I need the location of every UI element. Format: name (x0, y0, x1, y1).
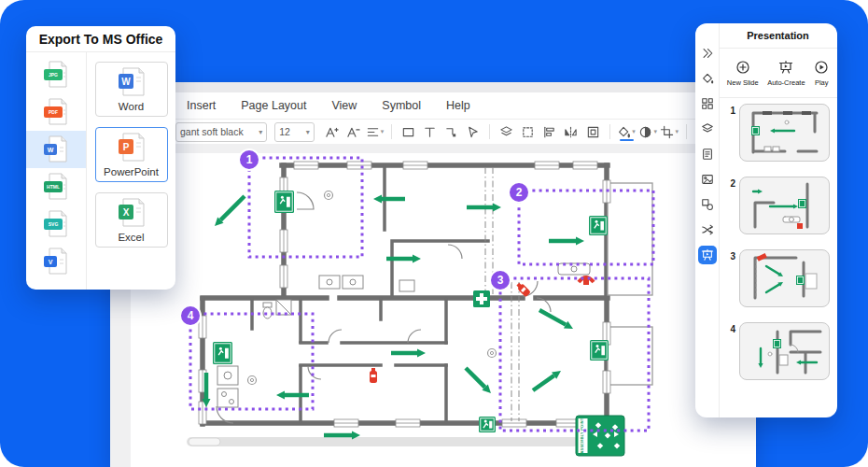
font-family-select[interactable]: gant soft black ▾ (175, 122, 267, 142)
svg-text:SVG: SVG (49, 221, 59, 227)
menu-view[interactable]: View (331, 99, 357, 112)
export-dialog-title: Export To MS Office (26, 26, 175, 52)
first-aid-sign[interactable] (473, 290, 490, 307)
export-format-list: JPGPDFWHTMLSVGV (26, 52, 87, 290)
contrast-icon[interactable]: ▾ (638, 121, 658, 142)
presentation-buttons: New SlideAuto-CreatePlay (719, 49, 837, 98)
slide-thumbnail-4[interactable] (739, 322, 830, 380)
windows (199, 162, 610, 427)
exit-sign[interactable] (213, 342, 232, 364)
export-dialog: Export To MS Office JPGPDFWHTMLSVGV WWor… (26, 26, 175, 290)
slide-row-3: 3 (724, 249, 830, 307)
fixtures (217, 263, 590, 407)
outline-note-icon[interactable] (698, 145, 717, 163)
svg-text:X: X (122, 206, 129, 217)
align-objects-icon[interactable] (539, 121, 559, 142)
shuffle-icon[interactable] (698, 220, 717, 239)
screenshot-root: { "colors": { "blue": "#0c63f2", "purple… (0, 0, 868, 467)
button-label: Auto-Create (767, 78, 805, 87)
export-option-label: PowerPoint (104, 166, 159, 177)
connector-icon[interactable] (441, 121, 461, 142)
new-slide-button[interactable]: New Slide (727, 60, 759, 87)
fill-bucket-icon[interactable] (698, 69, 717, 88)
button-label: New Slide (727, 78, 759, 87)
font-decrease-icon[interactable] (343, 121, 363, 142)
component-grid-icon[interactable] (698, 94, 717, 113)
format-item-v[interactable]: V (26, 243, 86, 280)
exit-sign[interactable] (274, 191, 294, 213)
font-increase-icon[interactable] (322, 121, 342, 142)
shape-replace-icon[interactable] (698, 195, 717, 214)
app-window: InsertPage LayoutViewSymbolHelp gant sof… (110, 82, 756, 467)
pointer-icon[interactable] (463, 121, 483, 142)
shape-rect-icon[interactable] (399, 121, 418, 142)
font-size-value: 12 (279, 126, 290, 137)
chevrons-right-icon[interactable] (698, 44, 717, 63)
fire-extinguisher-icon[interactable] (370, 368, 377, 383)
play-button[interactable]: Play (814, 60, 829, 87)
flip-icon[interactable] (561, 121, 581, 142)
toolbar-separator (609, 124, 610, 139)
fill-color-icon[interactable]: ▾ (617, 121, 637, 142)
format-item-svg[interactable]: SVG (26, 205, 86, 243)
svg-text:3: 3 (497, 274, 504, 287)
format-item-html[interactable]: HTML (26, 168, 86, 205)
evacuation-regions[interactable]: 1234 (180, 149, 653, 431)
svg-text:4: 4 (188, 309, 194, 322)
menu-insert[interactable]: Insert (187, 99, 216, 112)
font-size-select[interactable]: 12 ▾ (274, 122, 315, 142)
presentation-board-icon[interactable] (698, 246, 717, 264)
svg-text:V: V (49, 259, 53, 265)
porch-outlines (608, 183, 652, 385)
slide-row-2: 2 (724, 177, 830, 234)
export-option-word[interactable]: WWord (95, 62, 168, 117)
slide-thumbnail-1[interactable] (739, 104, 830, 162)
image-icon[interactable] (698, 170, 717, 189)
assembly-point-sign[interactable]: ASSEMBLY POINT (576, 416, 624, 456)
slide-row-4: 4 (724, 322, 830, 380)
floor-plan-canvas[interactable]: ASSEMBLY POINT1234 (110, 144, 756, 467)
toolbar-separator (489, 124, 490, 139)
exit-sign[interactable] (590, 340, 609, 361)
format-item-pdf[interactable]: PDF (26, 93, 86, 131)
svg-text:W: W (121, 76, 131, 86)
window-titlebar (110, 82, 756, 92)
svg-text:W: W (48, 147, 54, 153)
text-tool-icon[interactable] (420, 121, 440, 142)
frame-icon[interactable] (583, 121, 603, 142)
slide-number: 4 (724, 322, 735, 380)
button-label: Play (815, 78, 829, 87)
export-option-list: WWordPPowerPointXExcel (87, 52, 175, 290)
slide-row-1: 1 (724, 104, 830, 162)
toolbar-separator (686, 124, 687, 139)
export-option-excel[interactable]: XExcel (95, 192, 168, 248)
exit-signs[interactable] (213, 191, 609, 432)
menu-page-layout[interactable]: Page Layout (241, 99, 306, 112)
align-text-icon[interactable]: ▾ (365, 121, 385, 142)
slide-thumbnail-3[interactable] (739, 249, 830, 307)
toolbar: gant soft black ▾ 12 ▾ ▾▾▾▾ (110, 120, 756, 145)
crop-icon[interactable]: ▾ (660, 121, 679, 142)
layers-icon[interactable] (698, 120, 717, 138)
canvas-area: ASSEMBLY POINT1234 (110, 144, 756, 467)
auto-create-button[interactable]: Auto-Create (767, 60, 805, 87)
slide-number: 2 (724, 177, 735, 234)
slide-list: 1234 (719, 100, 837, 417)
select-area-icon[interactable] (518, 121, 538, 142)
svg-text:P: P (122, 141, 129, 151)
slide-thumbnail-2[interactable] (739, 177, 830, 234)
format-item-jpg[interactable]: JPG (26, 56, 86, 93)
layers-icon[interactable] (497, 121, 516, 142)
evacuation-arrows[interactable] (203, 195, 585, 440)
format-item-w[interactable]: W (26, 131, 86, 168)
svg-text:PDF: PDF (49, 109, 58, 115)
exit-sign[interactable] (479, 417, 496, 432)
svg-text:2: 2 (516, 186, 523, 199)
export-option-powerpoint[interactable]: PPowerPoint (95, 127, 168, 182)
chevron-down-icon: ▾ (253, 128, 262, 136)
menu-help[interactable]: Help (446, 99, 470, 112)
menu-symbol[interactable]: Symbol (382, 99, 421, 112)
svg-text:HTML: HTML (47, 184, 60, 190)
exit-sign[interactable] (589, 216, 608, 235)
font-family-value: gant soft black (180, 126, 244, 137)
